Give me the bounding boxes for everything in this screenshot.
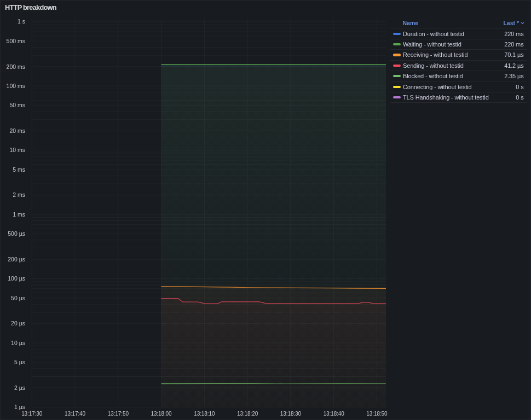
svg-text:50 µs: 50 µs — [11, 295, 25, 301]
svg-text:1 ms: 1 ms — [13, 211, 25, 218]
svg-text:13:18:10: 13:18:10 — [194, 411, 215, 417]
svg-text:13:17:50: 13:17:50 — [108, 411, 129, 417]
svg-text:13:18:40: 13:18:40 — [324, 411, 345, 417]
svg-text:13:18:30: 13:18:30 — [280, 411, 302, 417]
svg-text:5 µs: 5 µs — [14, 359, 25, 365]
svg-text:1 µs: 1 µs — [14, 404, 25, 410]
svg-text:13:18:00: 13:18:00 — [151, 411, 172, 417]
svg-text:10 ms: 10 ms — [9, 147, 25, 153]
svg-text:20 ms: 20 ms — [9, 127, 25, 134]
svg-text:13:18:20: 13:18:20 — [237, 411, 258, 417]
svg-text:100 ms: 100 ms — [7, 83, 25, 89]
svg-text:2 ms: 2 ms — [13, 191, 25, 198]
svg-text:1 s: 1 s — [18, 18, 25, 25]
svg-text:200 µs: 200 µs — [8, 256, 25, 262]
svg-text:5 ms: 5 ms — [13, 166, 25, 173]
svg-text:13:17:40: 13:17:40 — [65, 411, 86, 417]
svg-text:13:17:30: 13:17:30 — [21, 411, 43, 417]
svg-text:200 ms: 200 ms — [7, 63, 25, 70]
svg-text:500 ms: 500 ms — [7, 38, 25, 44]
svg-text:100 µs: 100 µs — [8, 275, 25, 282]
svg-text:2 µs: 2 µs — [14, 384, 25, 391]
svg-text:10 µs: 10 µs — [11, 340, 25, 346]
svg-text:50 ms: 50 ms — [9, 102, 25, 108]
svg-text:13:18:50: 13:18:50 — [366, 411, 388, 417]
svg-text:20 µs: 20 µs — [11, 320, 25, 326]
svg-text:500 µs: 500 µs — [8, 230, 25, 237]
